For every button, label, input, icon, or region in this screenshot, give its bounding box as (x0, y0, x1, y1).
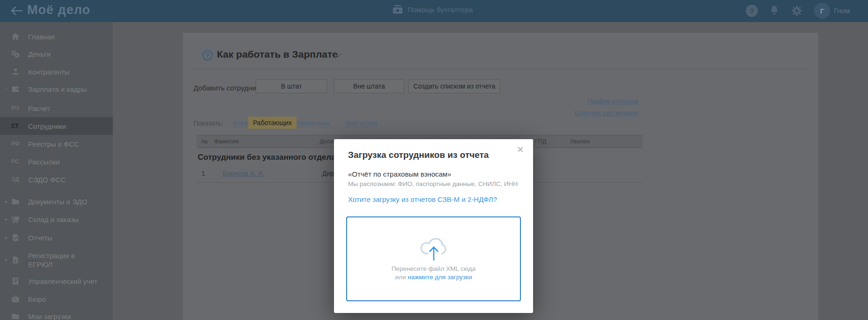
sidebar-item-sklad-zakazy[interactable]: + Склад и заказы (0, 210, 113, 228)
user-name[interactable]: Гном (834, 7, 850, 15)
sidebar-item-kontragenty[interactable]: Контрагенты (0, 63, 113, 81)
dropzone-hint: Перенесите файл XML сюда (347, 265, 520, 272)
close-icon[interactable]: × (517, 144, 524, 155)
filter-dismissed-link[interactable]: Уволенных (297, 119, 330, 127)
report-name: «Отчёт по страховым взносам» (348, 170, 451, 178)
svg-text:Р: Р (16, 53, 18, 58)
sidebar-item-label: Сотрудники (28, 122, 66, 130)
click-to-upload-link[interactable]: нажмите для загрузки (408, 274, 472, 281)
item-prefix: РФ (11, 141, 21, 147)
sidebar-item-label: Контрагенты (28, 68, 69, 76)
chevron-down-icon[interactable] (334, 53, 341, 58)
divider (192, 69, 809, 69)
sidebar-item-label: Отчеты (28, 234, 52, 242)
sidebar-item-sedo-fss[interactable]: ЭД СЭДО ФСС (0, 171, 113, 188)
sidebar-item-label: Главная (28, 33, 55, 41)
page-title: Как работать в Зарплате (217, 49, 338, 60)
app-root: Моё дело Помощь бухгалтера ? (0, 0, 868, 320)
sidebar-item-label: Бюро (28, 295, 46, 303)
dropzone-hint-2: или нажмите для загрузки (347, 274, 520, 281)
money-icon: Р (11, 50, 20, 58)
add-staff-button[interactable]: В штат (256, 79, 327, 93)
sidebar-item-rassylki[interactable]: РС Рассылки (0, 153, 113, 171)
home-icon (11, 32, 20, 41)
column-surname: Фамилия (214, 135, 239, 148)
contractors-icon (11, 67, 20, 76)
sidebar-item-reestry-fss[interactable]: РФ Реестры в ФСС (0, 135, 113, 153)
expand-plus-icon[interactable]: + (4, 257, 8, 264)
warehouse-icon (11, 215, 20, 223)
top-bar: Моё дело Помощь бухгалтера ? (0, 0, 868, 22)
employee-row-number: 1 (201, 170, 205, 177)
settings-gear-icon[interactable] (792, 6, 802, 16)
notifications-bell-icon[interactable] (770, 5, 779, 16)
sidebar-item-moi-zagruzki[interactable]: Мои загрузки (0, 307, 113, 320)
employee-name-link[interactable]: Борисов А. И. (223, 170, 265, 177)
item-prefix: РС (11, 158, 21, 165)
filter-working-selected[interactable]: Работающих (248, 117, 297, 129)
sidebar-item-label: Реестры в ФСС (28, 140, 79, 148)
expand-plus-icon[interactable]: + (4, 234, 8, 241)
column-number: № (201, 135, 208, 148)
help-icon[interactable]: ? (746, 5, 758, 17)
collapse-minus-icon[interactable]: − (4, 86, 8, 93)
filter-outside-staff-link[interactable]: Вне штата (346, 119, 378, 127)
item-prefix: СТ (11, 123, 21, 129)
sidebar-item-zarplata-i-kadry[interactable]: − Зарплата и кадры (0, 80, 113, 98)
modal-title: Загрузка сотрудников из отчета (348, 150, 489, 160)
add-outside-staff-button[interactable]: Вне штата (334, 79, 404, 93)
sidebar-item-dengi[interactable]: Р Деньги (0, 45, 113, 63)
management-icon (11, 277, 20, 285)
sidebar-item-label: Документы и ЭДО (28, 198, 87, 206)
upload-employees-modal: Загрузка сотрудников из отчета × «Отчёт … (334, 139, 533, 313)
back-arrow-icon[interactable] (10, 6, 22, 15)
registration-icon (11, 256, 20, 264)
sidebar-item-otchety[interactable]: + Отчеты (0, 229, 113, 246)
dropzone-or: или (395, 274, 406, 281)
documents-icon (11, 197, 20, 206)
group-heading: Сотрудники без указанного отдела (198, 153, 336, 162)
sidebar-item-label: Рассылки (28, 158, 59, 166)
sidebar-item-label: Управленческий учет (28, 277, 97, 285)
help-center-label: Помощь бухгалтера (408, 6, 473, 14)
expand-plus-icon[interactable]: + (4, 216, 8, 223)
upload-cloud-icon (419, 233, 449, 262)
column-gpd: ГПД (535, 135, 546, 148)
sidebar-item-dokumenty-edo[interactable]: + Документы и ЭДО (0, 193, 113, 210)
sidebar-item-sotrudniki[interactable]: СТ Сотрудники (0, 117, 113, 135)
sidebar-item-registratsiya-egrul[interactable]: + Регистрация в ЕГРЮЛ (0, 248, 113, 272)
bureau-icon (11, 295, 20, 303)
avatar-initial: Г (820, 7, 824, 15)
cash-icon (393, 5, 403, 14)
salary-icon (11, 85, 20, 93)
sidebar-item-label: Склад и заказы (28, 216, 79, 223)
sidebar-item-label: СЭДО ФСС (28, 176, 66, 184)
question-circle-icon[interactable]: ? (202, 50, 213, 60)
sidebar-item-glavnaya[interactable]: Главная (0, 28, 113, 45)
item-prefix: РЧ (11, 105, 21, 112)
column-dismissed: Уволен (570, 135, 590, 148)
help-center-button[interactable]: Помощь бухгалтера (393, 5, 473, 14)
sidebar-item-label: Расчет (28, 104, 51, 112)
svg-text:?: ? (749, 7, 754, 15)
sidebar-item-byuro[interactable]: Бюро (0, 290, 113, 308)
user-avatar[interactable]: Г (814, 3, 830, 19)
vacation-schedule-link[interactable]: График отпусков (587, 97, 638, 105)
item-prefix: ЭД (11, 176, 21, 183)
alt-reports-link[interactable]: Хотите загрузку из отчетов СЗВ-М и 2-НДФ… (348, 195, 497, 203)
expand-plus-icon[interactable]: + (4, 198, 8, 205)
sidebar-item-label: Деньги (28, 50, 51, 58)
filter-label: Показать: (193, 119, 223, 127)
recognize-hint: Мы распознаем: ФИО, паспортные данные, С… (348, 180, 518, 187)
sidebar-item-label: Регистрация в ЕГРЮЛ (28, 251, 98, 269)
sidebar-item-raschet[interactable]: РЧ Расчет (0, 99, 113, 117)
create-from-report-button[interactable]: Создать списком из отчета (408, 79, 500, 93)
downloads-folder-icon (11, 312, 20, 320)
sidebar-item-upravlencheskiy-uchet[interactable]: Управленческий учет (0, 272, 113, 290)
staffing-table-link[interactable]: Штатное расписание (575, 109, 638, 117)
app-logo[interactable]: Моё дело (27, 3, 90, 17)
filter-all-link[interactable]: Всех (233, 119, 247, 127)
reports-icon (11, 233, 20, 242)
xml-dropzone[interactable]: Перенесите файл XML сюда или нажмите для… (346, 216, 521, 301)
add-employee-label: Добавить сотрудника: (193, 82, 265, 94)
